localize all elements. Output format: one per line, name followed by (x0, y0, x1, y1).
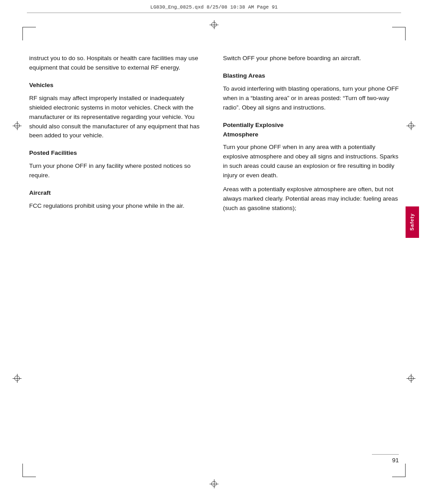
content-area: instruct you to do so. Hospitals or heal… (29, 36, 399, 468)
posted-facilities-heading: Posted Facilities (29, 149, 205, 158)
aircraft-continued-section: Switch OFF your phone before boarding an… (223, 54, 399, 63)
posted-facilities-body: Turn your phone OFF in any facility wher… (29, 162, 205, 180)
potentially-explosive-heading-line1: Potentially Explosive (223, 122, 284, 128)
intro-section: instruct you to do so. Hospitals or heal… (29, 54, 205, 73)
reg-mark-left-top (13, 121, 22, 130)
safety-tab: Safety (406, 206, 419, 238)
two-columns: instruct you to do so. Hospitals or heal… (29, 54, 399, 468)
aircraft-body: FCC regulations prohibit using your phon… (29, 202, 205, 211)
blasting-areas-section: Blasting Areas To avoid interfering with… (223, 71, 399, 113)
reg-mark-right-top (406, 121, 415, 130)
reg-mark-right-bottom (406, 374, 415, 383)
potentially-explosive-section: Potentially Explosive Atmosphere Turn yo… (223, 121, 399, 213)
vehicles-section: Vehicles RF signals may affect improperl… (29, 81, 205, 141)
left-column: instruct you to do so. Hospitals or heal… (29, 54, 205, 468)
potentially-explosive-body1: Turn your phone OFF when in any area wit… (223, 143, 399, 180)
safety-tab-label: Safety (408, 213, 416, 231)
vehicles-heading: Vehicles (29, 81, 205, 90)
bottom-rule (372, 454, 399, 455)
vehicles-body: RF signals may affect improperly install… (29, 94, 205, 141)
posted-facilities-section: Posted Facilities Turn your phone OFF in… (29, 149, 205, 180)
right-column: Switch OFF your phone before boarding an… (223, 54, 399, 468)
header-bar: LG830_Eng_0825.qxd 8/25/08 10:38 AM Page… (27, 4, 401, 13)
potentially-explosive-body2: Areas with a potentially explosive atmos… (223, 185, 399, 213)
reg-mark-left-bottom (13, 374, 22, 383)
blasting-areas-heading: Blasting Areas (223, 71, 399, 81)
header-text: LG830_Eng_0825.qxd 8/25/08 10:38 AM Page… (150, 4, 278, 10)
page-number: 91 (392, 457, 399, 464)
blasting-areas-body: To avoid interfering with blasting opera… (223, 84, 399, 113)
reg-mark-bottom (210, 479, 218, 488)
aircraft-section: Aircraft FCC regulations prohibit using … (29, 188, 205, 211)
aircraft-continued-text: Switch OFF your phone before boarding an… (223, 54, 399, 63)
potentially-explosive-heading: Potentially Explosive Atmosphere (223, 121, 399, 140)
aircraft-heading: Aircraft (29, 188, 205, 198)
potentially-explosive-heading-line2: Atmosphere (223, 131, 258, 138)
page-container: LG830_Eng_0825.qxd 8/25/08 10:38 AM Page… (0, 0, 428, 504)
reg-mark-top (210, 20, 218, 29)
intro-text: instruct you to do so. Hospitals or heal… (29, 54, 205, 73)
